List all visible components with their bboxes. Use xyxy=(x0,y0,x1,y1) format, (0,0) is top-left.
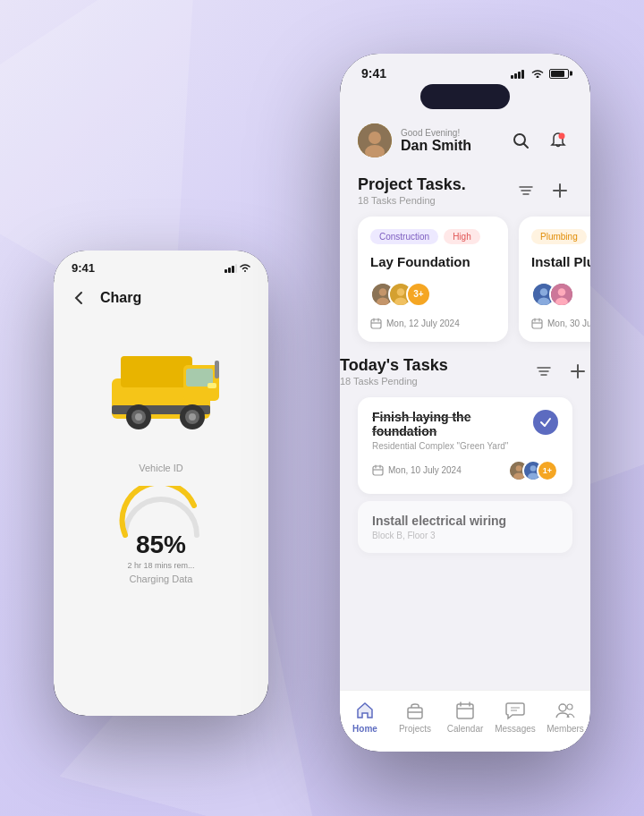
card-date-text-1: Mon, 12 July 2024 xyxy=(386,319,460,328)
svg-rect-0 xyxy=(225,269,227,273)
svg-point-17 xyxy=(537,76,539,79)
today-plus-icon xyxy=(569,362,587,380)
task-subtitle-2: Block B, Floor 3 xyxy=(372,531,515,540)
user-name: Dan Smith xyxy=(401,138,506,154)
task-cards-scroll: Construction High Lay Foundation xyxy=(340,209,590,353)
signal-icon xyxy=(511,68,524,79)
bottom-nav: Home Projects xyxy=(340,690,590,752)
svg-point-11 xyxy=(135,413,142,421)
card-date-2: Mon, 30 July 2024 xyxy=(531,318,590,329)
svg-point-59 xyxy=(516,465,522,472)
nav-projects[interactable]: Projects xyxy=(390,700,440,734)
svg-point-40 xyxy=(540,288,548,296)
svg-rect-5 xyxy=(121,356,192,387)
status-time: 9:41 xyxy=(361,66,386,81)
avatar-count-1: 3+ xyxy=(406,282,431,307)
nav-messages-label: Messages xyxy=(495,724,536,734)
task-check-1[interactable] xyxy=(533,410,558,435)
back-status-icons xyxy=(225,264,250,273)
task-card-plumbing[interactable]: Plumbing Low Install Plumbing xyxy=(519,217,590,342)
nav-home-label: Home xyxy=(352,724,377,734)
task-date-1: Mon, 10 July 2024 xyxy=(372,464,462,476)
nav-home[interactable]: Home xyxy=(340,700,390,734)
search-icon xyxy=(512,132,530,149)
add-task-button[interactable] xyxy=(547,178,572,203)
project-tasks-title: Project Tasks. xyxy=(358,175,466,194)
task-subtitle-1: Residential Complex "Green Yard" xyxy=(372,441,533,451)
task-date-text-1: Mon, 10 July 2024 xyxy=(388,465,462,475)
search-button[interactable] xyxy=(506,126,535,155)
gauge-sub: 2 hr 18 mins rem... xyxy=(127,561,194,570)
card-avatars-2 xyxy=(531,282,590,307)
wifi-icon xyxy=(531,69,544,78)
svg-point-72 xyxy=(559,704,566,711)
svg-point-14 xyxy=(189,413,196,421)
tag-plumbing: Plumbing xyxy=(531,229,587,244)
todays-tasks-title: Today's Tasks xyxy=(340,356,448,375)
svg-point-43 xyxy=(558,288,566,296)
filter-button[interactable] xyxy=(513,178,538,203)
svg-rect-45 xyxy=(532,319,542,328)
tag-construction: Construction xyxy=(370,229,438,244)
svg-rect-2 xyxy=(232,266,234,273)
card-date-1: Mon, 12 July 2024 xyxy=(370,318,496,329)
back-screen-title: Charg xyxy=(100,290,141,306)
project-tasks-subtitle: 18 Tasks Pending xyxy=(358,195,466,206)
task-card-lay-foundation[interactable]: Construction High Lay Foundation xyxy=(358,217,508,342)
task-list-item-1[interactable]: Finish laying the foundation Residential… xyxy=(358,397,572,494)
svg-rect-35 xyxy=(371,319,381,328)
task-calendar-icon-1 xyxy=(372,464,384,476)
phone-screen: 9:41 xyxy=(340,54,590,752)
svg-point-44 xyxy=(555,297,568,306)
nav-messages[interactable]: Messages xyxy=(490,700,540,734)
svg-point-62 xyxy=(530,465,537,472)
svg-point-33 xyxy=(397,288,405,296)
svg-rect-15 xyxy=(215,361,219,378)
avatar-svg xyxy=(358,123,392,157)
calendar-icon-2 xyxy=(531,318,543,329)
card-tags-2: Plumbing Low xyxy=(531,229,590,244)
members-icon xyxy=(555,700,576,721)
back-header: Charg xyxy=(54,280,268,316)
svg-rect-66 xyxy=(457,704,473,718)
svg-point-23 xyxy=(559,133,565,140)
user-avatar xyxy=(358,123,392,157)
greeting-text: Good Evening! xyxy=(401,128,506,138)
today-filter-button[interactable] xyxy=(531,359,556,384)
svg-rect-3 xyxy=(235,264,237,273)
calendar-icon-1 xyxy=(370,318,382,329)
svg-point-19 xyxy=(369,132,381,144)
today-filter-icon xyxy=(535,362,553,380)
nav-calendar[interactable]: Calendar xyxy=(440,700,490,734)
nav-members[interactable]: Members xyxy=(540,700,590,734)
back-status-bar: 9:41 xyxy=(54,251,268,280)
messages-icon xyxy=(504,700,526,721)
nav-calendar-label: Calendar xyxy=(447,724,484,734)
svg-rect-16 xyxy=(208,383,216,388)
phone-front: 9:41 xyxy=(340,54,590,752)
gauge-number: 85% xyxy=(136,531,186,559)
back-arrow-icon[interactable] xyxy=(68,287,89,309)
today-add-button[interactable] xyxy=(565,359,590,384)
svg-point-34 xyxy=(394,297,407,306)
task-title-1: Finish laying the foundation xyxy=(372,410,533,438)
nav-projects-label: Projects xyxy=(399,724,431,734)
notification-button[interactable] xyxy=(544,126,572,155)
svg-rect-1 xyxy=(228,268,231,273)
svg-point-31 xyxy=(377,297,389,306)
card-date-text-2: Mon, 30 July 2024 xyxy=(547,319,590,328)
task-list-item-2[interactable]: Install electrical wiring Block B, Floor… xyxy=(358,501,572,553)
svg-rect-54 xyxy=(373,466,383,475)
todays-tasks-header: Today's Tasks 18 Tasks Pending xyxy=(340,353,590,390)
nav-members-label: Members xyxy=(547,724,584,734)
checkmark-icon xyxy=(539,416,552,429)
header-actions xyxy=(506,126,572,155)
vehicle-id-label: Vehicle ID xyxy=(54,459,268,477)
svg-point-73 xyxy=(567,704,572,710)
task-avatars-1: 1+ xyxy=(508,460,558,481)
truck-image xyxy=(54,316,268,459)
card-title-2: Install Plumbing xyxy=(531,253,590,271)
card-title-1: Lay Foundation xyxy=(370,253,496,271)
todays-tasks-subtitle: 18 Tasks Pending xyxy=(340,376,448,387)
bell-icon xyxy=(549,132,567,149)
